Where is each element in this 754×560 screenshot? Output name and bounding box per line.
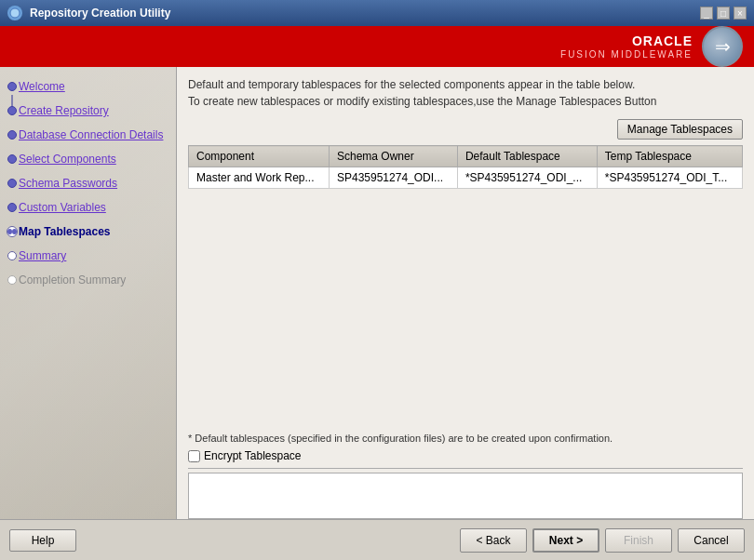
cancel-button[interactable]: Cancel	[678, 528, 745, 553]
sidebar-item-create-repository[interactable]: Create Repository	[0, 100, 176, 121]
app-icon	[7, 6, 22, 20]
col-header-schema-owner: Schema Owner	[329, 146, 457, 167]
nav-dot-map	[7, 226, 18, 237]
sidebar-item-welcome[interactable]: Welcome	[0, 76, 176, 97]
sidebar-item-summary[interactable]: Summary	[0, 246, 176, 266]
header-line2: To create new tablespaces or modify exis…	[188, 93, 743, 110]
sidebar-label-welcome[interactable]: Welcome	[19, 80, 65, 93]
sidebar-label-create-repository[interactable]: Create Repository	[19, 104, 109, 117]
nav-dot-select	[7, 154, 17, 164]
close-button[interactable]: ×	[734, 7, 747, 20]
help-button[interactable]: Help	[9, 529, 76, 552]
table-spacer	[188, 189, 743, 427]
bottom-bar: Help < Back Next > Finish Cancel	[0, 519, 754, 560]
finish-button: Finish	[605, 528, 672, 553]
oracle-badge: ⇒	[702, 26, 743, 67]
maximize-button[interactable]: □	[717, 7, 730, 20]
oracle-logo-bar: ORACLE FUSION MIDDLEWARE ⇒	[0, 26, 754, 67]
table-cell-defaultTablespace: *SP435951274_ODI_...	[457, 167, 597, 189]
encrypt-label[interactable]: Encrypt Tablespace	[204, 449, 302, 462]
nav-dot-completion	[7, 275, 17, 285]
table-row: Master and Work Rep...SP435951274_ODI...…	[189, 167, 743, 189]
title-bar: Repository Creation Utility _ □ ×	[0, 0, 754, 26]
sidebar-item-completion-summary: Completion Summary	[0, 270, 176, 290]
oracle-logo-sub: FUSION MIDDLEWARE	[560, 49, 693, 60]
header-line1: Default and temporary tablespaces for th…	[188, 76, 743, 93]
encrypt-checkbox-row: Encrypt Tablespace	[188, 447, 743, 464]
footer-note: * Default tablespaces (specified in the …	[188, 427, 743, 447]
oracle-logo-text: ORACLE	[560, 33, 693, 49]
sidebar-label-select-components[interactable]: Select Components	[19, 153, 116, 166]
oracle-badge-arrow: ⇒	[715, 35, 731, 58]
sidebar-item-schema-passwords[interactable]: Schema Passwords	[0, 173, 176, 193]
manage-tablespaces-button[interactable]: Manage Tablespaces	[617, 119, 743, 140]
col-header-temp-tablespace: Temp Tablespace	[597, 146, 742, 167]
nav-dot-custom	[7, 203, 17, 212]
nav-dot-create	[7, 106, 17, 115]
sidebar-item-custom-variables[interactable]: Custom Variables	[0, 197, 176, 218]
table-cell-schemaOwner: SP435951274_ODI...	[329, 167, 457, 189]
encrypt-checkbox[interactable]	[188, 450, 200, 462]
nav-dot-db	[7, 130, 17, 140]
nav-dot-summary	[7, 251, 17, 260]
table-cell-component: Master and Work Rep...	[189, 167, 330, 189]
sidebar-item-select-components[interactable]: Select Components	[0, 149, 176, 169]
separator	[188, 468, 743, 469]
table-cell-tempTablespace: *SP435951274_ODI_T...	[597, 167, 742, 189]
sidebar-label-map-tablespaces: Map Tablespaces	[19, 225, 110, 238]
col-header-default-tablespace: Default Tablespace	[457, 146, 597, 167]
sidebar-label-schema-passwords[interactable]: Schema Passwords	[19, 177, 117, 190]
content-body: Manage Tablespaces Component Schema Owne…	[177, 115, 754, 468]
sidebar-label-database-connection[interactable]: Database Connection Details	[19, 128, 163, 141]
tablespace-table: Component Schema Owner Default Tablespac…	[188, 145, 743, 189]
bottom-bar-right: < Back Next > Finish Cancel	[460, 528, 745, 553]
next-button[interactable]: Next >	[532, 528, 599, 553]
window-title: Repository Creation Utility	[30, 7, 170, 20]
bottom-text-area	[188, 473, 743, 519]
svg-point-0	[10, 8, 20, 18]
sidebar: Welcome Create Repository Database Conne…	[0, 67, 177, 519]
main-container: Welcome Create Repository Database Conne…	[0, 67, 754, 519]
nav-dot-schema	[7, 179, 17, 188]
content-area: Default and temporary tablespaces for th…	[177, 67, 754, 519]
sidebar-item-map-tablespaces: Map Tablespaces	[0, 221, 176, 242]
manage-btn-row: Manage Tablespaces	[188, 119, 743, 140]
minimize-button[interactable]: _	[700, 7, 713, 20]
content-header: Default and temporary tablespaces for th…	[177, 67, 754, 115]
sidebar-label-custom-variables[interactable]: Custom Variables	[19, 201, 106, 214]
sidebar-item-database-connection[interactable]: Database Connection Details	[0, 125, 176, 145]
back-button[interactable]: < Back	[460, 528, 527, 553]
col-header-component: Component	[189, 146, 330, 167]
sidebar-label-summary[interactable]: Summary	[19, 249, 66, 262]
sidebar-label-completion-summary: Completion Summary	[19, 273, 126, 287]
nav-dot-welcome	[7, 82, 17, 91]
